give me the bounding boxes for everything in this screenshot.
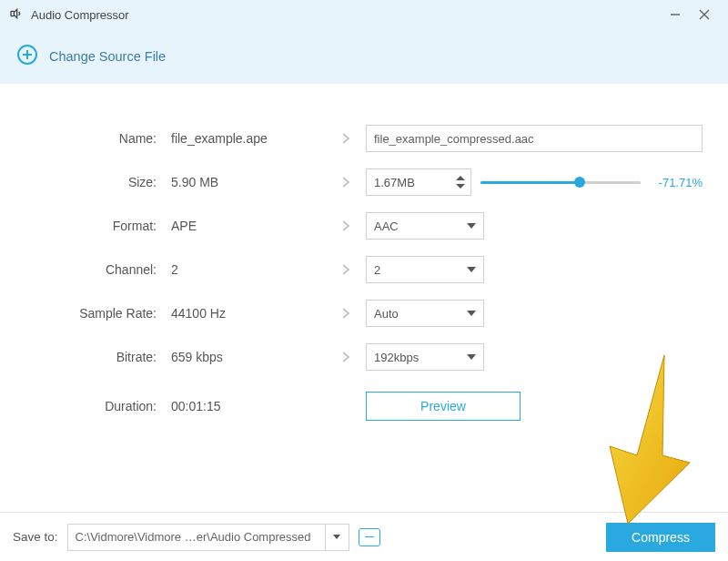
minimize-button[interactable] <box>661 4 690 26</box>
channel-source-value: 2 <box>171 262 326 277</box>
format-select[interactable]: AAC <box>366 212 484 240</box>
bitrate-source-value: 659 kbps <box>171 350 326 364</box>
row-channel: Channel: 2 2 <box>25 248 703 291</box>
folder-icon <box>365 536 374 538</box>
change-source-label: Change Source File <box>49 49 166 64</box>
caret-down-icon <box>467 267 476 272</box>
format-source-value: APE <box>171 219 326 233</box>
sample-rate-output-value: Auto <box>374 307 399 321</box>
sample-rate-label: Sample Rate: <box>25 306 162 321</box>
caret-down-icon <box>467 223 476 229</box>
sample-rate-select[interactable]: Auto <box>366 300 484 327</box>
name-source-value: file_example.ape <box>171 131 326 146</box>
titlebar: Audio Compressor <box>0 0 728 29</box>
format-label: Format: <box>25 219 162 233</box>
caret-down-icon <box>467 354 476 360</box>
size-stepper[interactable]: 1.67MB <box>366 168 471 196</box>
triangle-down-icon <box>456 184 465 189</box>
chevron-right-icon <box>339 219 352 232</box>
size-label: Size: <box>25 175 162 189</box>
duration-label: Duration: <box>25 399 162 413</box>
chevron-right-icon <box>339 263 352 276</box>
chevron-right-icon <box>339 307 352 320</box>
bitrate-output-value: 192kbps <box>374 351 419 364</box>
row-duration: Duration: 00:01:15 Preview <box>25 384 703 428</box>
triangle-up-icon <box>456 176 465 180</box>
channel-label: Channel: <box>25 262 162 277</box>
size-output-value: 1.67MB <box>367 176 450 189</box>
row-format: Format: APE AAC <box>25 204 703 248</box>
size-source-value: 5.90 MB <box>171 175 326 189</box>
row-size: Size: 5.90 MB 1.67MB -71.71% <box>25 160 703 204</box>
output-name-input[interactable] <box>366 125 703 152</box>
open-folder-button[interactable] <box>359 528 380 546</box>
plus-circle-icon <box>16 44 38 68</box>
row-name: Name: file_example.ape <box>25 117 703 160</box>
stepper-arrows[interactable] <box>450 176 470 189</box>
duration-value: 00:01:15 <box>171 399 326 413</box>
chevron-right-icon <box>339 132 352 145</box>
save-path-combo[interactable]: C:\Vidmore\Vidmore …er\Audio Compressed <box>67 524 349 551</box>
channel-output-value: 2 <box>374 263 380 277</box>
compress-button[interactable]: Compress <box>606 523 715 552</box>
close-button[interactable] <box>690 4 719 26</box>
save-path-value: C:\Vidmore\Vidmore …er\Audio Compressed <box>68 530 325 544</box>
caret-down-icon <box>333 535 340 539</box>
svg-rect-0 <box>11 11 14 15</box>
size-slider[interactable] <box>480 181 641 184</box>
save-path-dropdown[interactable] <box>325 525 349 550</box>
bitrate-label: Bitrate: <box>25 350 162 364</box>
bottom-bar: Save to: C:\Vidmore\Vidmore …er\Audio Co… <box>0 512 728 561</box>
row-bitrate: Bitrate: 659 kbps 192kbps <box>25 335 703 379</box>
row-sample-rate: Sample Rate: 44100 Hz Auto <box>25 291 703 335</box>
caret-down-icon <box>467 311 476 316</box>
chevron-right-icon <box>339 351 352 363</box>
format-output-value: AAC <box>374 219 399 233</box>
save-to-label: Save to: <box>13 530 58 544</box>
size-reduction-pct: -71.71% <box>659 176 703 189</box>
sample-rate-source-value: 44100 Hz <box>171 306 326 321</box>
preview-button[interactable]: Preview <box>366 392 521 421</box>
change-source-row[interactable]: Change Source File <box>0 29 728 84</box>
main-panel: Name: file_example.ape Size: 5.90 MB 1.6… <box>0 84 728 428</box>
channel-select[interactable]: 2 <box>366 256 484 283</box>
name-label: Name: <box>25 131 162 146</box>
app-icon <box>9 6 24 24</box>
window-title: Audio Compressor <box>31 8 129 22</box>
chevron-right-icon <box>339 176 352 189</box>
bitrate-select[interactable]: 192kbps <box>366 343 484 371</box>
